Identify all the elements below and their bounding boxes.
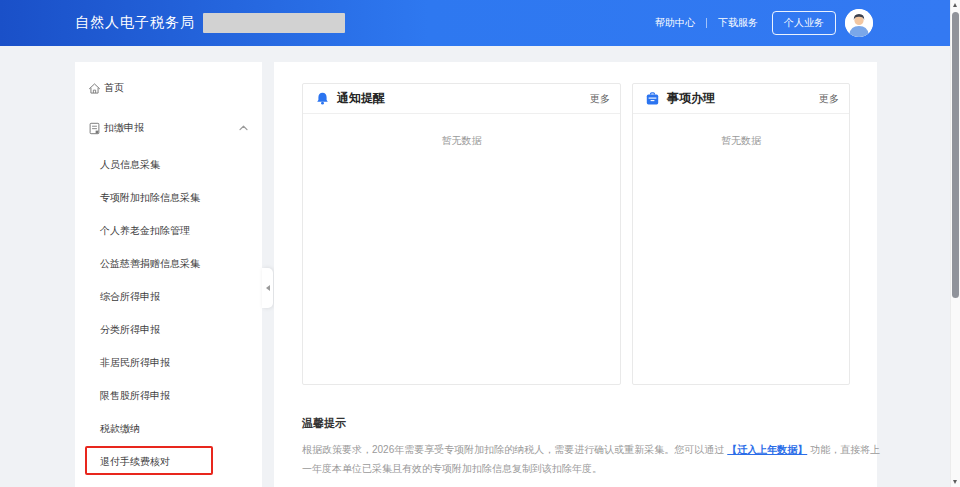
sidebar-subitem-label: 专项附加扣除信息采集 <box>100 191 200 205</box>
sidebar-item-nonresident-income[interactable]: 非居民所得申报 <box>75 346 262 379</box>
sidebar-item-refund-fee-check[interactable]: 退付手续费核对 <box>75 445 262 478</box>
sidebar-subitem-label: 个人养老金扣除管理 <box>100 224 190 238</box>
sidebar-item-label: 扣缴申报 <box>104 121 144 135</box>
sidebar-item-home[interactable]: 首页 <box>75 68 262 108</box>
form-icon <box>88 122 101 135</box>
tips-title: 温馨提示 <box>302 416 882 431</box>
sidebar-item-classified-income[interactable]: 分类所得申报 <box>75 313 262 346</box>
avatar[interactable] <box>845 9 873 37</box>
sidebar-subitem-label: 人员信息采集 <box>100 158 160 172</box>
sidebar-item-restricted-shares[interactable]: 限售股所得申报 <box>75 379 262 412</box>
sidebar-item-label: 首页 <box>104 81 124 95</box>
card-title: 事项办理 <box>667 90 715 107</box>
app-header: 自然人电子税务局 帮助中心 下载服务 个人业务 <box>0 0 950 46</box>
import-last-year-data-link[interactable]: 【迁入上年数据】 <box>727 444 807 455</box>
bell-icon <box>316 92 329 105</box>
scrollbar[interactable] <box>950 0 960 487</box>
sidebar-item-special-deduction-info[interactable]: 专项附加扣除信息采集 <box>75 181 262 214</box>
sidebar-subitem-label: 限售股所得申报 <box>100 389 170 403</box>
matters-card-header: 事项办理 更多 <box>633 84 849 114</box>
tips-text: 根据政策要求，2026年需要享受专项附加扣除的纳税人，需要进行确认或重新采集。您… <box>302 440 882 478</box>
app-title: 自然人电子税务局 <box>75 14 195 32</box>
collapse-sidebar-handle[interactable] <box>262 268 273 308</box>
empty-state-text: 暂无数据 <box>633 134 849 148</box>
notification-card-header: 通知提醒 更多 <box>303 84 620 114</box>
tips-section: 温馨提示 根据政策要求，2026年需要享受专项附加扣除的纳税人，需要进行确认或重… <box>302 416 882 478</box>
avatar-person-icon <box>845 9 873 37</box>
download-service-link[interactable]: 下载服务 <box>718 16 758 30</box>
personal-business-button[interactable]: 个人业务 <box>772 11 836 35</box>
empty-state-text: 暂无数据 <box>303 134 620 148</box>
scrollbar-thumb[interactable] <box>952 12 959 298</box>
sidebar-item-charity-donation[interactable]: 公益慈善捐赠信息采集 <box>75 247 262 280</box>
org-name-redacted <box>203 13 345 33</box>
sidebar-subitem-label: 税款缴纳 <box>100 422 140 436</box>
header-actions: 帮助中心 下载服务 个人业务 <box>655 9 873 37</box>
sidebar-item-withholding[interactable]: 扣缴申报 <box>75 108 262 148</box>
notification-more-link[interactable]: 更多 <box>590 92 610 106</box>
matters-card: 事项办理 更多 暂无数据 <box>632 83 850 385</box>
sidebar-subitem-label: 公益慈善捐赠信息采集 <box>100 257 200 271</box>
sidebar-subitem-label: 分类所得申报 <box>100 323 160 337</box>
card-title: 通知提醒 <box>337 90 385 107</box>
scroll-down-arrow-icon[interactable] <box>953 480 957 484</box>
matters-more-link[interactable]: 更多 <box>819 92 839 106</box>
sidebar-subitem-label: 非居民所得申报 <box>100 356 170 370</box>
collapse-arrow-icon <box>266 285 270 291</box>
sidebar-item-tax-payment[interactable]: 税款缴纳 <box>75 412 262 445</box>
sidebar-subitem-label: 综合所得申报 <box>100 290 160 304</box>
home-icon <box>88 82 101 95</box>
briefcase-icon <box>646 92 659 105</box>
sidebar: 首页 扣缴申报 人员信息采集 专项附加扣除信息采集 个人养老金扣除管理 公益慈善… <box>75 62 262 487</box>
main-panel: 通知提醒 更多 暂无数据 事项办理 更多 暂无数据 温馨提示 根据政策要求，20… <box>274 62 877 487</box>
notification-card: 通知提醒 更多 暂无数据 <box>302 83 621 385</box>
sidebar-item-comprehensive-income[interactable]: 综合所得申报 <box>75 280 262 313</box>
sidebar-item-personnel-info[interactable]: 人员信息采集 <box>75 148 262 181</box>
scroll-up-arrow-icon[interactable] <box>953 3 957 7</box>
header-divider <box>706 18 707 28</box>
cards-row: 通知提醒 更多 暂无数据 事项办理 更多 暂无数据 <box>302 83 877 385</box>
chevron-up-icon <box>239 125 248 131</box>
tips-text-before: 根据政策要求，2026年需要享受专项附加扣除的纳税人，需要进行确认或重新采集。您… <box>302 444 724 455</box>
help-center-link[interactable]: 帮助中心 <box>655 16 695 30</box>
sidebar-item-pension-deduction[interactable]: 个人养老金扣除管理 <box>75 214 262 247</box>
sidebar-subitem-label: 退付手续费核对 <box>100 455 170 469</box>
